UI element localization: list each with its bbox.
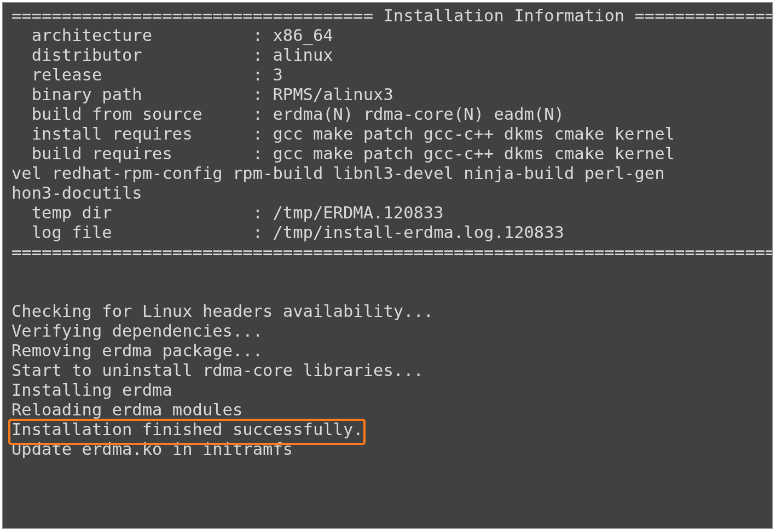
terminal-window[interactable]: ==================================== Ins…	[2, 2, 773, 529]
terminal-output: ==================================== Ins…	[11, 6, 772, 459]
